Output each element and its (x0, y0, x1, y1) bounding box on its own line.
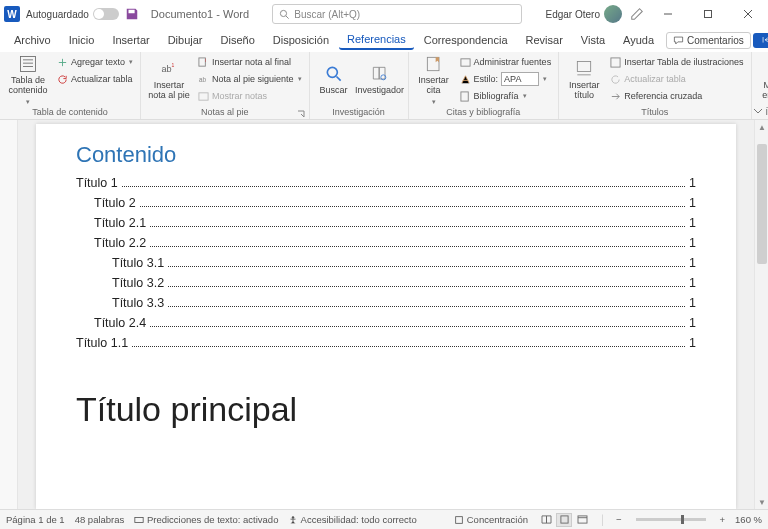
user-name: Edgar Otero (546, 9, 600, 20)
scroll-down-icon[interactable]: ▼ (755, 495, 768, 509)
insert-endnote-button[interactable]: iInsertar nota al final (195, 54, 305, 70)
vertical-scrollbar[interactable]: ▲ ▼ (754, 120, 768, 509)
heading-1: Título principal (76, 390, 696, 429)
endnote-icon: i (198, 57, 209, 68)
zoom-in-button[interactable]: + (720, 514, 726, 525)
toc-entry[interactable]: Título 2.1 1 (76, 216, 696, 230)
manage-sources-button[interactable]: Administrar fuentes (457, 54, 555, 70)
read-mode-icon[interactable] (538, 513, 554, 527)
menu-tab-archivo[interactable]: Archivo (6, 31, 59, 49)
menu-tab-diseño[interactable]: Diseño (213, 31, 263, 49)
chevron-down-icon: ▾ (298, 75, 302, 83)
page-scroll[interactable]: Contenido Título 1 1Título 2 1Título 2.1… (18, 120, 754, 509)
minimize-button[interactable] (652, 0, 684, 28)
toc-list: Título 1 1Título 2 1Título 2.1 1Título 2… (76, 176, 696, 350)
comments-button[interactable]: Comentarios (666, 32, 751, 49)
update-toc-button[interactable]: Actualizar tabla (54, 71, 136, 87)
word-count[interactable]: 48 palabras (75, 514, 125, 525)
chevron-down-icon: ▾ (129, 58, 133, 66)
collapse-ribbon-icon[interactable] (752, 105, 764, 117)
user-account[interactable]: Edgar Otero (546, 5, 622, 23)
dialog-launcher-icon[interactable] (297, 110, 305, 118)
autosave-control[interactable]: Autoguardado (26, 8, 119, 20)
citation-style-select[interactable]: Estilo: APA▾ (457, 71, 555, 87)
add-text-button[interactable]: Agregar texto▾ (54, 54, 136, 70)
show-notes-button[interactable]: Mostrar notas (195, 88, 305, 104)
group-label: Títulos (563, 106, 746, 118)
svg-point-28 (292, 516, 295, 519)
toc-button[interactable]: Tabla de contenido ▾ (4, 54, 52, 106)
accessibility-status[interactable]: Accesibilidad: todo correcto (288, 514, 416, 525)
toc-entry[interactable]: Título 1.1 1 (76, 336, 696, 350)
chevron-down-icon: ▾ (26, 98, 30, 106)
focus-mode[interactable]: Concentración (454, 514, 528, 525)
pencil-icon[interactable] (630, 7, 644, 21)
ribbon-group-toc: Tabla de contenido ▾ Agregar texto▾ Actu… (0, 52, 141, 119)
menu-tab-revisar[interactable]: Revisar (518, 31, 571, 49)
save-icon[interactable] (125, 7, 139, 21)
autosave-toggle[interactable] (93, 8, 119, 20)
toc-entry-page: 1 (689, 276, 696, 290)
toc-entry-page: 1 (689, 216, 696, 230)
cross-reference-button[interactable]: Referencia cruzada (607, 88, 746, 104)
toc-entry[interactable]: Título 3.3 1 (76, 296, 696, 310)
text-predictions[interactable]: Predicciones de texto: activado (134, 514, 278, 525)
search-button[interactable]: Buscar (314, 54, 354, 106)
toc-entry-text: Título 2.2 (94, 236, 146, 250)
insert-caption-button[interactable]: Insertar título (563, 54, 605, 106)
update-captions-button[interactable]: Actualizar tabla (607, 71, 746, 87)
menu-tab-ayuda[interactable]: Ayuda (615, 31, 662, 49)
titlebar-center: Buscar (Alt+Q) (249, 4, 545, 24)
accessibility-icon (288, 515, 298, 525)
menu-tab-insertar[interactable]: Insertar (104, 31, 157, 49)
insert-citation-button[interactable]: Insertar cita ▾ (413, 54, 455, 106)
toc-entry[interactable]: Título 1 1 (76, 176, 696, 190)
menu-tab-dibujar[interactable]: Dibujar (160, 31, 211, 49)
mark-entry-button[interactable]: Marcar entrada (756, 54, 768, 106)
zoom-slider[interactable] (636, 518, 706, 521)
toc-entry-page: 1 (689, 236, 696, 250)
menu-tab-correspondencia[interactable]: Correspondencia (416, 31, 516, 49)
print-layout-icon[interactable] (556, 513, 572, 527)
menu-tabs: ArchivoInicioInsertarDibujarDiseñoDispos… (0, 28, 768, 52)
maximize-button[interactable] (692, 0, 724, 28)
toc-entry[interactable]: Título 2.4 1 (76, 316, 696, 330)
bibliography-button[interactable]: Bibliografía▾ (457, 88, 555, 104)
zoom-out-button[interactable]: − (616, 514, 622, 525)
scroll-up-icon[interactable]: ▲ (755, 120, 768, 134)
toc-entry[interactable]: Título 2 1 (76, 196, 696, 210)
scroll-thumb[interactable] (757, 144, 767, 264)
next-footnote-button[interactable]: abNota al pie siguiente▾ (195, 71, 305, 87)
toc-entry-page: 1 (689, 336, 696, 350)
toc-entry-page: 1 (689, 176, 696, 190)
document-area: Contenido Título 1 1Título 2 1Título 2.1… (0, 120, 768, 509)
menu-tab-vista[interactable]: Vista (573, 31, 613, 49)
toc-leader (168, 286, 685, 287)
toc-entry-text: Título 1.1 (76, 336, 128, 350)
menu-tab-inicio[interactable]: Inicio (61, 31, 103, 49)
zoom-level[interactable]: 160 % (735, 514, 762, 525)
autosave-label: Autoguardado (26, 9, 89, 20)
toc-leader (140, 206, 685, 207)
close-button[interactable] (732, 0, 764, 28)
vertical-ruler (0, 120, 18, 509)
sources-icon (460, 57, 471, 68)
search-input[interactable]: Buscar (Alt+Q) (272, 4, 522, 24)
toc-entry[interactable]: Título 3.2 1 (76, 276, 696, 290)
researcher-button[interactable]: Investigador (356, 54, 404, 106)
menu-tab-referencias[interactable]: Referencias (339, 30, 414, 50)
web-layout-icon[interactable] (574, 513, 590, 527)
toc-entry[interactable]: Título 2.2 1 (76, 236, 696, 250)
insert-table-figures-button[interactable]: Insertar Tabla de ilustraciones (607, 54, 746, 70)
menu-tab-disposición[interactable]: Disposición (265, 31, 337, 49)
page[interactable]: Contenido Título 1 1Título 2 1Título 2.1… (36, 124, 736, 509)
toc-entry-text: Título 2.4 (94, 316, 146, 330)
page-indicator[interactable]: Página 1 de 1 (6, 514, 65, 525)
insert-footnote-button[interactable]: ab1 Insertar nota al pie (145, 54, 193, 106)
style-value[interactable]: APA (501, 72, 539, 86)
svg-rect-30 (560, 516, 567, 523)
share-button[interactable]: Compartir ▾ (753, 33, 768, 48)
share-icon (761, 35, 768, 46)
book-search-icon (370, 64, 390, 84)
toc-entry[interactable]: Título 3.1 1 (76, 256, 696, 270)
